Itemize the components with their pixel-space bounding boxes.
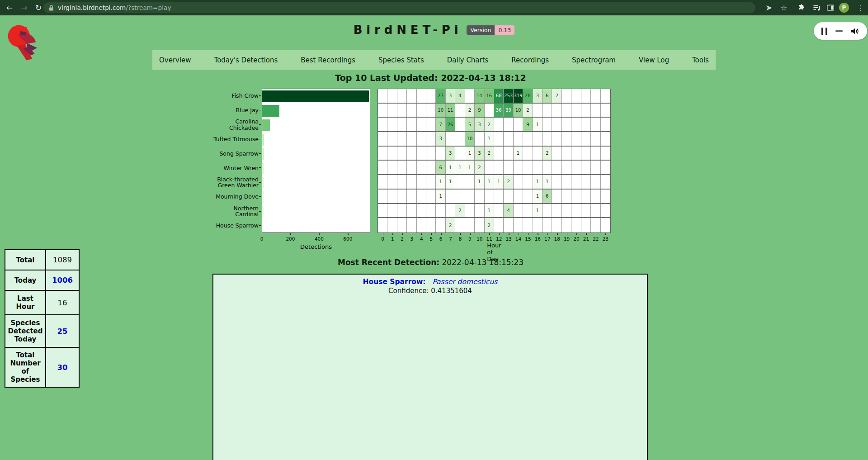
species-common-name-link[interactable]: House Sparrow: [363,278,426,286]
heatmap-cell [601,147,610,160]
send-icon[interactable] [763,2,775,14]
hour-axis-tick-label: 7 [449,236,452,242]
heatmap-cell [504,132,513,146]
heatmap-cell [591,204,600,218]
seek-handle[interactable] [835,30,843,32]
hour-axis-tick-label: 1 [391,236,394,242]
heatmap-cell [523,218,533,232]
heatmap-cell [426,147,436,160]
pause-icon[interactable] [821,28,827,35]
heatmap-cell [504,190,513,203]
heatmap-cell: 2 [523,104,533,117]
nav-item-spectrogram[interactable]: Spectrogram [572,56,616,64]
nav-item-species-stats[interactable]: Species Stats [378,56,424,64]
nav-item-recordings[interactable]: Recordings [511,56,549,64]
nav-item-today-s-detections[interactable]: Today's Detections [214,56,278,64]
page-title: BirdNET-Pi [354,23,462,37]
heatmap-cell [591,147,600,160]
heatmap-cell [581,190,591,203]
heatmap-cell: 1 [485,204,494,218]
heatmap-cell [378,89,387,103]
menu-kebab-icon[interactable]: ⋮ [854,2,866,14]
heatmap-cell [378,132,387,146]
heatmap-cell [552,204,561,218]
heatmap-cell [407,104,416,117]
heatmap-cell [514,204,523,218]
bar-axis-tick-label: 200 [286,236,295,242]
heatmap-cell: 2 [542,147,552,160]
extensions-icon[interactable] [796,2,807,14]
nav-item-daily-charts[interactable]: Daily Charts [447,56,489,64]
heatmap-cell [601,161,610,174]
heatmap-cell [407,132,416,146]
heatmap-cell: 16 [485,89,494,103]
recent-detection-label: Most Recent Detection: [338,258,439,267]
reload-icon[interactable]: ↻ [33,2,44,14]
heatmap-cell [417,161,426,174]
heatmap-cell: 1 [485,132,494,146]
heatmap-cell: 1 [475,175,484,189]
heatmap-cell [533,218,542,232]
species-tick [259,124,261,125]
heatmap-row: 116 [378,190,610,204]
forward-icon[interactable]: → [18,2,30,14]
heatmap-cell [426,161,436,174]
hour-axis-tick [392,233,393,235]
hour-axis-tick [441,233,441,235]
heatmap-cell [494,161,504,174]
hour-axis-tick [557,233,557,235]
nav-item-view-log[interactable]: View Log [639,56,669,64]
profile-avatar[interactable]: P [839,3,849,13]
heatmap-cell: 3 [533,89,542,103]
stats-value-link[interactable]: 30 [46,348,79,387]
heatmap-cell [485,104,494,117]
species-label: Northern Cardinal [191,204,259,218]
stats-value-link[interactable]: 1006 [46,270,79,290]
heatmap-cell [397,190,407,203]
heatmap-cell [417,147,426,160]
heatmap-cell: 2 [485,118,494,131]
nav-item-best-recordings[interactable]: Best Recordings [301,56,355,64]
heatmap-cell [571,204,581,218]
heatmap-cell [523,175,533,189]
media-playlist-icon[interactable] [811,2,822,14]
heatmap-cell [571,104,581,117]
heatmap-cell [407,190,416,203]
side-panel-icon[interactable] [825,2,836,14]
stats-value-link[interactable]: 25 [46,315,79,347]
heatmap-cell [455,118,465,131]
heatmap-cell: 253 [504,89,513,103]
heatmap-cell: 1 [465,147,475,160]
bar-axis-tick [290,233,291,235]
heatmap-cell [581,132,591,146]
detections-bar [262,206,264,218]
volume-icon[interactable] [850,27,859,35]
heatmap-cell [533,147,542,160]
back-icon[interactable]: ← [4,2,15,14]
heatmap-cell: 1 [542,175,552,189]
heatmap-cell: 1 [436,175,445,189]
heatmap-cell [387,132,397,146]
heatmap-cell [455,147,465,160]
heatmap-cell [465,190,475,203]
heatmap-cell [562,190,571,203]
heatmap-cell [523,190,533,203]
heatmap-cell [504,147,513,160]
bar-axis-tick-label: 600 [343,236,352,242]
bookmark-star-icon[interactable]: ☆ [778,2,790,14]
heatmap-cell [378,204,387,218]
heatmap-cell: 11 [446,104,455,117]
heatmap-cell [591,104,600,117]
nav-item-tools[interactable]: Tools [692,56,709,64]
heatmap-cell [542,161,552,174]
address-bar[interactable]: virginia.birdnetpi.com/?stream=play [43,2,755,13]
heatmap-cell: 4 [455,89,465,103]
heatmap-cell [387,204,397,218]
heatmap-cell: 6 [436,161,445,174]
hour-axis-tick-label: 11 [486,236,492,242]
nav-item-overview[interactable]: Overview [159,56,191,64]
lock-icon [49,5,54,11]
heatmap-cell [552,175,561,189]
heatmap-cell [562,218,571,232]
heatmap-cell [552,118,561,131]
